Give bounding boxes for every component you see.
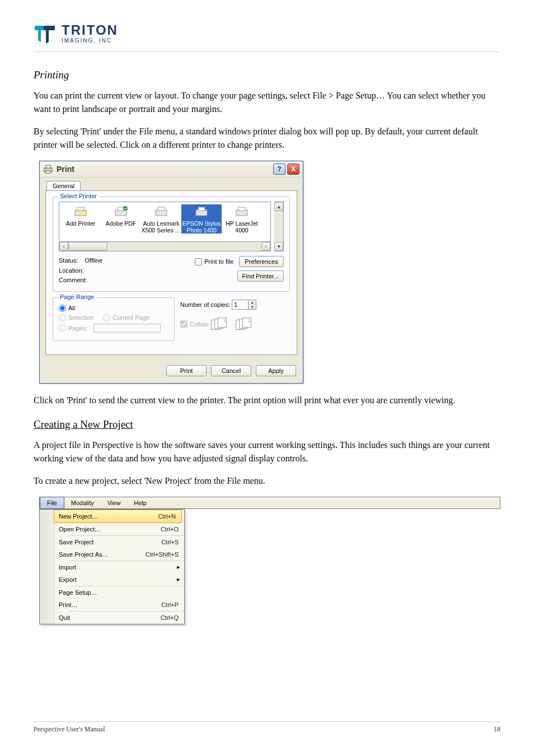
svg-rect-13 [238, 207, 245, 211]
printer-hp[interactable]: HP LaserJet 4000 [222, 204, 262, 234]
printer-vscroll[interactable]: ▴ ▾ [274, 202, 284, 251]
collate-icon: 123 [211, 318, 233, 331]
menu-file[interactable]: File [40, 497, 64, 509]
footer-page-number: 18 [494, 725, 500, 734]
radio-all[interactable] [59, 305, 66, 312]
submenu-arrow-icon: ▸ [176, 563, 184, 571]
help-button[interactable]: ? [273, 164, 285, 175]
scroll-left-icon: ‹ [59, 242, 68, 251]
printer-adobe-pdf[interactable]: Adobe PDF [101, 204, 141, 227]
copies-label: Number of copies: [180, 301, 230, 308]
collate-icon: 123 [236, 318, 258, 331]
menu-open-project[interactable]: Open Project… Ctrl+O [40, 523, 184, 535]
collate-checkbox: Collate [180, 320, 209, 328]
menu-quit[interactable]: Quit Ctrl+Q [40, 612, 184, 624]
tab-general[interactable]: General [46, 181, 81, 190]
svg-rect-11 [198, 207, 205, 211]
print-para-1: You can print the current view or layout… [34, 89, 500, 116]
print-dialog: Print ? X General Select Printer [39, 161, 303, 384]
copies-input [232, 301, 248, 309]
printer-epson[interactable]: EPSON Stylus Photo 1400 [181, 204, 222, 234]
pages-input [93, 324, 161, 333]
menu-view[interactable]: View [101, 497, 128, 508]
printer-add[interactable]: Add Printer [60, 204, 101, 227]
menu-save-project[interactable]: Save Project Ctrl+S [40, 536, 184, 548]
section-print-title: Printing [34, 69, 500, 81]
menu-help[interactable]: Help [127, 497, 153, 508]
menu-print[interactable]: Print… Ctrl+P [40, 599, 184, 611]
radio-current-page [103, 314, 110, 321]
spin-up-icon: ▴ [248, 300, 256, 305]
group-page-range: Page Range [58, 293, 96, 300]
scroll-up-icon: ▴ [274, 202, 283, 211]
dialog-title: Print [57, 165, 271, 174]
printer-hscroll[interactable]: ‹ › [59, 242, 271, 251]
print-button[interactable]: Print [166, 365, 207, 376]
file-dropdown: New Project… Ctrl+N Open Project… Ctrl+O… [39, 509, 185, 624]
menu-new-project[interactable]: New Project… Ctrl+N [40, 510, 184, 523]
submenu-arrow-icon: ▸ [176, 576, 184, 583]
comment-label: Comment: [59, 276, 186, 286]
menu-modality[interactable]: Modality [64, 497, 101, 508]
menu-save-project-as[interactable]: Save Project As… Ctrl+Shift+S [40, 548, 184, 561]
radio-selection [59, 314, 66, 321]
menubar: File Modality View Help [39, 497, 500, 509]
svg-rect-2 [46, 171, 50, 173]
print-para-3: Click on 'Print' to send the current vie… [34, 394, 500, 407]
spin-down-icon: ▾ [248, 305, 256, 309]
svg-rect-4 [77, 207, 84, 211]
close-button[interactable]: X [287, 164, 299, 175]
menu-export[interactable]: Export ▸ [40, 573, 184, 586]
section-new-project-title: Creating a New Project [34, 418, 500, 431]
print-para-2: By selecting 'Print' under the File menu… [34, 125, 500, 152]
scroll-down-icon: ▾ [274, 242, 283, 251]
svg-point-7 [123, 206, 128, 211]
location-label: Location: [59, 266, 186, 276]
print-to-file-checkbox[interactable]: Print to file [195, 258, 233, 265]
find-printer-button[interactable]: Find Printer... [237, 270, 284, 282]
newproj-para-2: To create a new project, select 'New Pro… [34, 474, 500, 488]
copies-spinner[interactable]: ▴▾ [232, 300, 256, 310]
newproj-para-1: A project file in Perspective is how the… [34, 438, 500, 465]
svg-rect-1 [46, 165, 50, 168]
radio-pages [59, 324, 66, 332]
cancel-button[interactable]: Cancel [211, 365, 251, 376]
printer-list[interactable]: Add Printer Adobe PDF Auto Lexmark X500 … [59, 202, 271, 242]
printer-lexmark[interactable]: Auto Lexmark X500 Series … [141, 204, 181, 234]
scroll-right-icon: › [261, 242, 270, 251]
logo-sub: IMAGING, INC [62, 38, 118, 44]
triton-logo-icon [34, 22, 56, 45]
printer-icon [43, 164, 53, 174]
svg-rect-9 [158, 207, 165, 211]
menu-import[interactable]: Import ▸ [40, 561, 184, 573]
status-value: Offline [85, 257, 102, 264]
file-menu-screenshot: File Modality View Help New Project… Ctr… [39, 497, 500, 624]
status-label: Status: [59, 257, 78, 264]
preferences-button[interactable]: Preferences [239, 256, 284, 267]
menu-page-setup[interactable]: Page Setup… [40, 586, 184, 599]
apply-button[interactable]: Apply [256, 365, 296, 376]
footer-left: Perspective User's Manual [34, 725, 105, 734]
logo-main: TRITON [62, 24, 118, 37]
page-header: TRITON IMAGING, INC [34, 22, 500, 52]
group-select-printer: Select Printer [58, 193, 99, 199]
